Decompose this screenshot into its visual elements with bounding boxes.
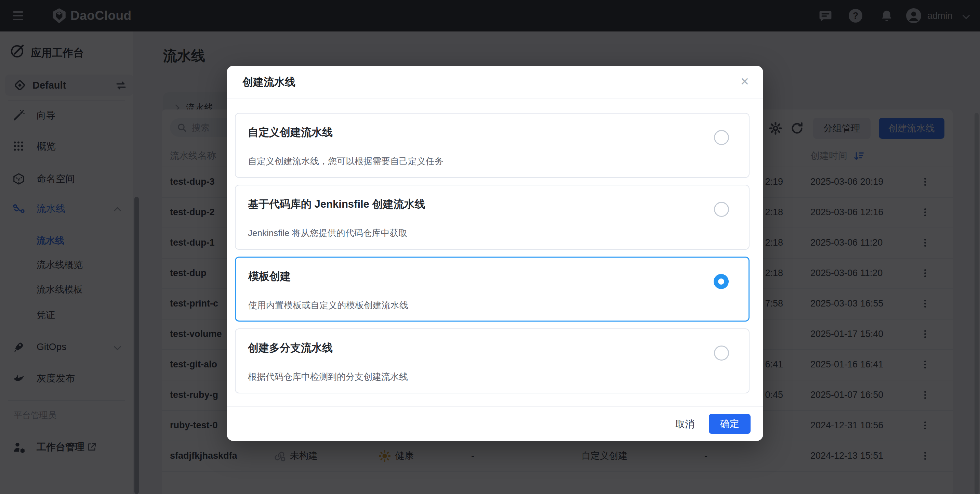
close-icon[interactable]: × bbox=[740, 73, 749, 90]
cancel-button[interactable]: 取消 bbox=[668, 415, 702, 432]
radio-checked-icon[interactable] bbox=[714, 274, 729, 289]
create-pipeline-modal: 创建流水线 × 自定义创建流水线 自定义创建流水线，您可以根据需要自己定义任务 … bbox=[227, 66, 763, 441]
option-multibranch-pipeline[interactable]: 创建多分支流水线 根据代码仓库中检测到的分支创建流水线 bbox=[235, 328, 749, 394]
radio-unchecked-icon[interactable] bbox=[714, 202, 729, 217]
option-jenkinsfile-pipeline[interactable]: 基于代码库的 Jenkinsfile 创建流水线 Jenkinsfile 将从您… bbox=[235, 185, 749, 250]
modal-title: 创建流水线 bbox=[242, 66, 296, 99]
option-template-create[interactable]: 模板创建 使用内置模板或自定义的模板创建流水线 bbox=[235, 257, 749, 322]
confirm-button[interactable]: 确定 bbox=[709, 414, 751, 434]
radio-unchecked-icon[interactable] bbox=[714, 346, 729, 360]
option-custom-pipeline[interactable]: 自定义创建流水线 自定义创建流水线，您可以根据需要自己定义任务 bbox=[235, 113, 749, 178]
radio-unchecked-icon[interactable] bbox=[714, 130, 729, 145]
